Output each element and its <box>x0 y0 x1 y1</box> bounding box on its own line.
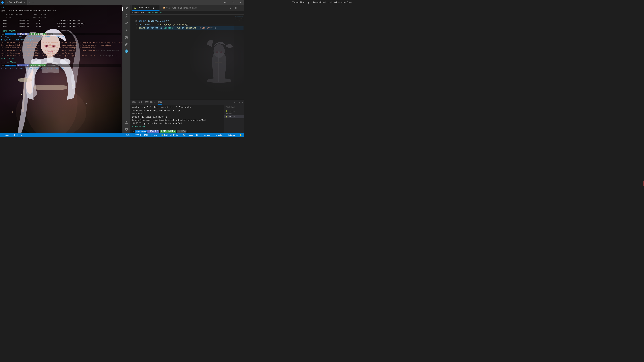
status-run-btn[interactable]: ▶ <box>21 134 23 136</box>
term-body[interactable]: pool with default inter op setting: 2. T… <box>130 105 224 133</box>
status-branch-btn[interactable]: ⎇ main <box>2 134 10 136</box>
close-btn[interactable]: × <box>236 0 244 5</box>
term-tab-output[interactable]: 输出 <box>138 100 142 104</box>
line-numbers: 1 2 3 4 <box>130 15 138 100</box>
tab-nav-btn[interactable]: ▾ <box>32 2 34 4</box>
status-colorize-name: Colorize <box>228 134 236 136</box>
sidebar-term-label-2: Python <box>228 116 235 118</box>
status-errors-btn[interactable]: ⊗ 0 ⚠ 0 <box>12 134 19 136</box>
status-colorize-btn[interactable]: Colorize: 0 variables <box>201 134 226 136</box>
status-colorize: Colorize: 0 variables <box>202 134 225 136</box>
split-editor-btn[interactable]: ⊟ <box>234 6 238 10</box>
ps-badge-mem-2: 🖥 MEM: 7/8GB ⊞ <box>30 65 46 67</box>
activity-account-icon[interactable] <box>123 119 130 126</box>
term-out-3: 2023-04-13 13:22:20.544240: I tensorflow… <box>132 116 222 122</box>
status-right: 空格: 4 UTF-8 CRLF Python 🐍 3.10.10 64-bit… <box>125 134 242 136</box>
term-shell-bar: ⊞ powershell ⚡ CPU: 74% 🖥 MEM: 6/8GB ⊞ 9… <box>132 130 188 133</box>
ps-badge-time-1: 169ms <box>46 33 53 35</box>
activity-test-icon[interactable] <box>123 41 130 48</box>
breadcrumb-file[interactable]: TensorFlow1.py <box>146 12 162 14</box>
activity-run-icon[interactable] <box>123 27 130 34</box>
error-icon: ⊗ <box>12 134 14 136</box>
line-num-3: 3 <box>130 23 137 27</box>
status-language: Python <box>152 134 158 136</box>
ps-badge-mem-1: 🖥 MEM: 7/8GB ⊞ <box>30 33 46 35</box>
tab-file-icon: 🐍 <box>134 7 136 9</box>
activity-python-icon[interactable] <box>123 48 130 55</box>
terminal-close-btn[interactable]: × <box>242 101 243 104</box>
minimap: import tensorflow as tf tf.compat.v1.dis… <box>234 15 244 100</box>
status-spaces-btn[interactable]: 空格: 4 <box>125 134 133 136</box>
editor-tab-close-btn[interactable]: × <box>156 7 158 9</box>
activity-search-icon[interactable] <box>123 13 130 20</box>
term-log-4: 2023-04-13 13:22:26:54823: I tensorflow/… <box>1 49 121 52</box>
status-encoding-btn[interactable]: UTF-8 <box>135 134 142 136</box>
terminal-content: ls 目录: C:\Codes\VisualStudio\Python\Tens… <box>0 5 122 133</box>
status-qq-btn[interactable]: QQ <box>196 134 199 136</box>
activity-explorer-icon[interactable] <box>123 6 130 13</box>
term-dir: 目录: C:\Codes\VisualStudio\Python\TensorF… <box>1 10 121 13</box>
maximize-btn[interactable]: □ <box>229 0 236 5</box>
ps-bottom-time: 9s 437ms <box>177 130 186 133</box>
terminal-add-btn[interactable]: + <box>234 101 235 104</box>
status-golive-btn[interactable]: 📡 Go Live <box>182 134 194 136</box>
sidebar-terminals: TERMINALS 🐍 Python Deb... 🐍 Python <box>224 105 244 133</box>
term-tab-terminal[interactable]: 终端 <box>158 100 162 105</box>
term-log-5: ing: 2. Tune using inter_op_parallelism_… <box>1 52 121 55</box>
terminal-more-btn[interactable]: ⋯ <box>236 101 238 104</box>
status-colorize-name-btn[interactable]: Colorize <box>227 134 237 136</box>
python-icon: 🐍 <box>161 134 164 136</box>
activity-bar <box>122 5 130 133</box>
warning-icon: ⚠ <box>16 134 17 136</box>
term-out-2: formance. <box>132 112 222 116</box>
activity-extensions-icon[interactable] <box>123 34 130 41</box>
code-content[interactable]: import tensorflow as tf tf.compat.v1.dis… <box>138 15 244 100</box>
term-out-1: pool with default inter op setting: 2. T… <box>132 106 222 112</box>
term-file-1: -a---- 2023/4/13 13:11 126 TensorFlow1.p… <box>1 19 121 22</box>
status-line-ending-btn[interactable]: CRLF <box>144 134 149 136</box>
term-tensorflow-label: (tensorflow) <box>1 30 121 33</box>
status-branch-label: main <box>5 134 10 136</box>
sidebar-term-python-debug[interactable]: 🐍 Python Deb... <box>224 110 244 115</box>
editor-terminal-area: 🐍 TensorFlow1.py × 📦 扩展 Python Extension… <box>130 5 244 133</box>
status-python-version-btn[interactable]: 🐍 3.10.10 64-bit <box>160 134 180 136</box>
editor-tab-tensorflow[interactable]: 🐍 TensorFlow1.py × <box>132 5 160 11</box>
bc-sep-1: › <box>145 12 146 14</box>
status-left: ⎇ main ⊗ 0 ⚠ 0 ▶ <box>2 134 23 136</box>
terminal-tab-bar: 问题 输出 调试控制台 终端 + ⋯ ∧ × <box>130 100 244 105</box>
status-line-ending: CRLF <box>144 134 148 136</box>
status-language-btn[interactable]: Python <box>151 134 159 136</box>
status-notifications-btn[interactable]: 🔔 <box>239 134 242 136</box>
editor-tab-extension[interactable]: 📦 扩展 Python Extension Pack <box>161 7 199 10</box>
code-editor[interactable]: 1 2 3 4 import tensorflow as tf tf.compa… <box>130 15 244 100</box>
ps-nav-2: ⊞ 13:__ » C: » Codes » VisualStudio » Py… <box>1 67 121 70</box>
term-log-3: To enable them in other operations, rebu… <box>1 47 121 49</box>
ps-badge-cpu-1: ⚡ CPU: 88% <box>17 33 29 35</box>
tab-close-btn[interactable]: × <box>23 1 26 4</box>
status-warnings: 0 <box>17 134 18 136</box>
breadcrumb-root[interactable]: TensorFlow1 <box>132 12 144 14</box>
title-bar-left: 🔷 ⚡ TensorFlow1 × + ▾ <box>0 0 34 5</box>
breadcrumb: TensorFlow1 › TensorFlow1.py <box>130 11 244 15</box>
more-actions-btn[interactable]: ⋯ <box>239 6 243 10</box>
run-python-btn[interactable]: ▶ <box>229 6 233 10</box>
code-line-1 <box>139 16 244 20</box>
term-tab-debug[interactable]: 调试控制台 <box>145 100 155 104</box>
terminal-maximize-btn[interactable]: ∧ <box>239 101 240 104</box>
terminal-bottom: 问题 输出 调试控制台 终端 + ⋯ ∧ × pool with <box>130 100 244 133</box>
status-encoding: UTF-8 <box>136 134 141 136</box>
ps-nav-1: ⊞ 13:__ » C: » Codes » VisualStudio » Py… <box>1 36 121 39</box>
line-num-4: 4 <box>130 26 137 30</box>
sidebar-term-python[interactable]: 🐍 Python <box>224 115 244 118</box>
minimize-btn[interactable]: − <box>221 0 229 5</box>
activity-git-icon[interactable] <box>123 20 130 27</box>
main-area: ls 目录: C:\Codes\VisualStudio\Python\Tens… <box>0 5 244 133</box>
status-errors: 0 <box>14 134 15 136</box>
tab-tensorflow1[interactable]: ⚡ TensorFlow1 × <box>5 0 28 5</box>
new-tab-btn[interactable]: + <box>28 0 32 5</box>
ps-bar-1: ⊞⊞ powershell ⚡ CPU: 88% 🖥 MEM: 7/8GB ⊞ … <box>1 33 121 35</box>
terminal-panel-left: ls 目录: C:\Codes\VisualStudio\Python\Tens… <box>0 5 122 133</box>
activity-settings-icon[interactable] <box>123 126 130 133</box>
term-tab-problems[interactable]: 问题 <box>132 100 136 104</box>
ps-bottom-nav: 13:22 | C: ⊞ Codes ⊞ VisualStudio ⊞ Pyth… <box>132 133 222 133</box>
